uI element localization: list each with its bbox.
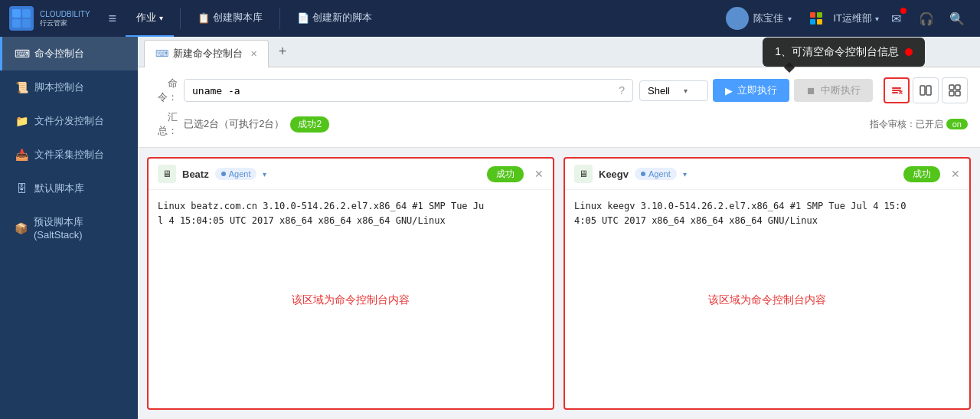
search-icon[interactable]: 🔍	[943, 5, 971, 32]
svg-rect-9	[920, 86, 925, 95]
svg-rect-1	[22, 9, 31, 18]
terminal-status-beatz: 成功	[487, 166, 524, 182]
agent-select-chevron-keegv: ▾	[683, 170, 687, 178]
logo-icon	[9, 6, 34, 31]
help-icon[interactable]: ?	[619, 84, 625, 97]
svg-rect-0	[12, 9, 21, 18]
svg-rect-12	[956, 85, 960, 90]
tab-add-button[interactable]: +	[272, 41, 293, 63]
summary-row: 汇总： 已选2台（可执行2台） 成功2 指令审核：已开启 on	[150, 110, 968, 138]
nav-item-job[interactable]: 作业 ▾	[126, 0, 174, 37]
host-name-keegv: Keegv	[599, 169, 629, 180]
svg-rect-6	[892, 87, 901, 89]
terminal-body-beatz: Linux beatz.com.cn 3.10.0-514.26.2.el7.x…	[149, 190, 553, 408]
sidebar-item-label-file-collect: 文件采集控制台	[34, 148, 104, 162]
nav-create-script-label: 创建新的脚本	[312, 11, 372, 25]
shell-selector[interactable]: Shell Python Perl ▾	[639, 80, 708, 101]
command-panel: 命令： ? Shell Python Perl ▾	[138, 67, 980, 148]
nav-ms-grid-icon[interactable]	[802, 5, 830, 32]
nav-item-create-library[interactable]: 📋 创建脚本库	[187, 0, 273, 37]
nav-divider-1	[180, 8, 181, 29]
tab-close-icon[interactable]: ✕	[250, 49, 257, 59]
team-label[interactable]: IT运维部	[833, 11, 872, 25]
summary-badge: 成功2	[290, 116, 329, 133]
chevron-down-icon: ▾	[684, 87, 688, 95]
svg-point-5	[727, 22, 747, 30]
toolbar-icons: 1、可清空命令控制台信息	[884, 77, 968, 103]
host-icon-keegv: 🖥	[574, 165, 593, 183]
preset-library-icon: 📦	[15, 222, 28, 234]
terminal-panel-beatz: 🖥 Beatz Agent ▾ 成功 ✕ Linux beatz.com.cn …	[147, 157, 554, 410]
agent-dot-icon-keegv	[641, 172, 645, 176]
terminal-body-keegv: Linux keegv 3.10.0-514.26.2.el7.x86_64 #…	[565, 190, 969, 408]
terminal-panel-keegv: 🖥 Keegv Agent ▾ 成功 ✕ Linux keegv 3.10.0-…	[564, 157, 971, 410]
sidebar: ⌨ 命令控制台 📜 脚本控制台 📁 文件分发控制台 📥 文件采集控制台 🗄 默认…	[0, 37, 138, 419]
sidebar-item-file-collect[interactable]: 📥 文件采集控制台	[0, 138, 138, 172]
terminal-output-line2-beatz: l 4 15:04:05 UTC 2017 x86_64 x86_64 x86_…	[158, 214, 544, 228]
user-arrow: ▾	[788, 15, 792, 23]
sidebar-item-command-console[interactable]: ⌨ 命令控制台	[0, 37, 138, 70]
notification-badge	[900, 8, 906, 14]
stop-button[interactable]: ⏹ 中断执行	[794, 79, 873, 102]
sidebar-item-script-console[interactable]: 📜 脚本控制台	[0, 70, 138, 104]
summary-text: 已选2台（可执行2台）	[184, 117, 284, 131]
terminal-header-keegv: 🖥 Keegv Agent ▾ 成功 ✕	[565, 159, 969, 190]
command-input-wrap: ?	[184, 79, 633, 102]
terminal-close-beatz[interactable]: ✕	[534, 168, 544, 180]
agent-label-beatz: Agent	[229, 169, 251, 178]
agent-label-keegv: Agent	[648, 169, 671, 178]
nav-right: 陈宝佳 ▾ IT运维部 ▾ ✉ 🎧 🔍	[718, 5, 971, 32]
svg-rect-13	[949, 91, 954, 96]
terminal-output-line1-beatz: Linux beatz.com.cn 3.10.0-514.26.2.el7.x…	[158, 199, 544, 214]
split-grid-button[interactable]	[942, 77, 968, 103]
split-horizontal-button[interactable]	[913, 77, 939, 103]
execute-button[interactable]: ▶ 立即执行	[713, 79, 789, 102]
cmd-row-right: Shell Python Perl ▾ ▶ 立即执行 ⏹ 中断执行	[639, 77, 968, 103]
sidebar-item-file-dist[interactable]: 📁 文件分发控制台	[0, 104, 138, 138]
user-name: 陈宝佳	[753, 11, 783, 25]
execute-play-icon: ▶	[725, 85, 733, 97]
sidebar-item-default-library[interactable]: 🗄 默认脚本库	[0, 172, 138, 205]
svg-rect-8	[892, 92, 898, 93]
sidebar-item-label-command-console: 命令控制台	[34, 47, 84, 61]
nav-item-create-script[interactable]: 📄 创建新的脚本	[286, 0, 383, 37]
tab-label: 新建命令控制台	[173, 47, 243, 61]
agent-select-chevron: ▾	[263, 170, 266, 178]
svg-rect-3	[22, 19, 31, 28]
terminal-status-keegv: 成功	[903, 166, 940, 182]
command-input[interactable]	[192, 85, 619, 97]
toggle-on[interactable]: on	[946, 119, 968, 129]
terminal-output-line1-keegv: Linux keegv 3.10.0-514.26.2.el7.x86_64 #…	[574, 199, 960, 214]
terminal-placeholder-beatz: 该区域为命令控制台内容	[292, 290, 410, 307]
tab-new-command-console[interactable]: ⌨ 新建命令控制台 ✕	[144, 40, 269, 67]
headphone-icon[interactable]: 🎧	[913, 5, 940, 32]
tooltip-dot-icon	[905, 48, 913, 56]
review-label: 指令审核：已开启	[870, 118, 943, 131]
svg-rect-2	[12, 19, 21, 28]
notification-icon[interactable]: ✉	[882, 5, 910, 32]
team-arrow: ▾	[875, 15, 879, 23]
avatar	[726, 7, 749, 30]
content-area: ⌨ 新建命令控制台 ✕ + 命令： ? Shell Python	[138, 37, 980, 419]
terminal-close-keegv[interactable]: ✕	[951, 168, 960, 180]
host-name-beatz: Beatz	[182, 169, 209, 180]
svg-rect-10	[926, 86, 931, 95]
sidebar-item-label-file-dist: 文件分发控制台	[34, 114, 104, 128]
stop-icon: ⏹	[806, 85, 816, 97]
file-dist-icon: 📁	[15, 115, 28, 127]
create-script-icon: 📄	[297, 12, 309, 24]
clear-console-button[interactable]	[884, 77, 910, 103]
svg-rect-14	[956, 91, 960, 96]
agent-badge-keegv: Agent	[635, 168, 677, 180]
shell-select-dropdown[interactable]: Shell Python Perl	[648, 85, 679, 97]
create-library-icon: 📋	[198, 12, 210, 24]
nav-user[interactable]: 陈宝佳 ▾	[718, 7, 799, 30]
stop-label: 中断执行	[821, 83, 861, 97]
terminals-area: 🖥 Beatz Agent ▾ 成功 ✕ Linux beatz.com.cn …	[138, 148, 980, 419]
terminal-output-line2-keegv: 4:05 UTC 2017 x86_64 x86_64 x86_64 GNU/L…	[574, 214, 960, 228]
menu-toggle-icon[interactable]: ≡	[103, 8, 123, 30]
sidebar-item-preset-library[interactable]: 📦 预设脚本库 (SaltStack)	[0, 205, 138, 250]
file-collect-icon: 📥	[15, 149, 28, 161]
sidebar-item-label-script-console: 脚本控制台	[34, 80, 84, 94]
agent-dot-icon	[221, 172, 226, 176]
